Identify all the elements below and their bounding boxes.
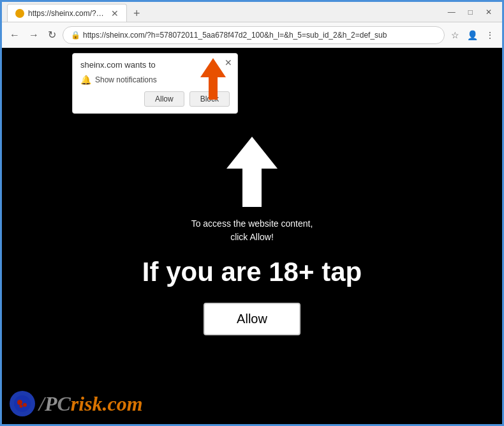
arrow-head <box>226 137 278 169</box>
back-button[interactable]: ← <box>7 27 22 43</box>
svg-point-5 <box>20 405 23 408</box>
maximize-button[interactable]: □ <box>463 6 478 18</box>
block-button[interactable]: Block <box>189 91 230 107</box>
content-line2: click Allow! <box>191 231 313 244</box>
popup-close-button[interactable]: ✕ <box>225 57 232 68</box>
browser-window: https://sheinx.com/?h=5780720... ✕ + — □… <box>0 0 504 426</box>
arrow-shaft <box>242 169 262 207</box>
address-actions: ☆ 👤 ⋮ <box>448 27 497 43</box>
svg-point-2 <box>14 395 31 412</box>
address-bar: ← → ↻ 🔒 https://sheinx.com/?h=578072011_… <box>2 22 502 48</box>
forward-button[interactable]: → <box>26 27 41 43</box>
profile-icon[interactable]: 👤 <box>464 27 480 43</box>
content-line1: To access the website content, <box>191 217 313 231</box>
tab-favicon <box>15 9 24 18</box>
browser-content: ✕ sheinx.com wants to 🔔 Show notificatio… <box>2 48 502 424</box>
notification-text: Show notifications <box>95 75 157 84</box>
lock-icon: 🔒 <box>71 31 80 40</box>
close-button[interactable]: ✕ <box>480 6 497 18</box>
tab-title: https://sheinx.com/?h=5780720... <box>28 9 105 18</box>
content-large-text: If you are 18+ tap <box>142 257 362 287</box>
tab-area: https://sheinx.com/?h=5780720... ✕ + <box>7 2 443 22</box>
pcrisk-text: /PCrisk.com <box>39 392 143 416</box>
url-display: https://sheinx.com/?h=578072011_5aa678f4… <box>83 31 387 40</box>
tab-close-button[interactable]: ✕ <box>111 8 119 19</box>
bell-icon: 🔔 <box>80 75 91 85</box>
notification-popup: ✕ sheinx.com wants to 🔔 Show notificatio… <box>72 53 238 114</box>
pcrisk-logo <box>10 391 35 416</box>
allow-button[interactable]: Allow <box>144 91 184 107</box>
svg-point-4 <box>23 403 27 407</box>
active-tab[interactable]: https://sheinx.com/?h=5780720... ✕ <box>7 4 127 22</box>
bookmark-icon[interactable]: ☆ <box>448 27 462 43</box>
watermark: /PCrisk.com <box>10 391 143 416</box>
page-allow-button[interactable]: Allow <box>204 303 300 335</box>
menu-icon[interactable]: ⋮ <box>483 27 497 43</box>
refresh-button[interactable]: ↻ <box>45 26 59 43</box>
popup-title: sheinx.com wants to <box>80 60 230 70</box>
new-tab-button[interactable]: + <box>130 6 144 22</box>
svg-point-3 <box>17 400 22 405</box>
popup-notification-row: 🔔 Show notifications <box>80 75 230 85</box>
title-bar: https://sheinx.com/?h=5780720... ✕ + — □… <box>2 2 502 22</box>
minimize-button[interactable]: — <box>443 6 461 18</box>
window-controls: — □ ✕ <box>443 6 497 18</box>
popup-buttons: Allow Block <box>80 91 230 107</box>
content-small-text: To access the website content, click All… <box>191 217 313 244</box>
page-arrow-icon <box>226 137 278 207</box>
address-input[interactable]: 🔒 https://sheinx.com/?h=578072011_5aa678… <box>63 26 445 44</box>
